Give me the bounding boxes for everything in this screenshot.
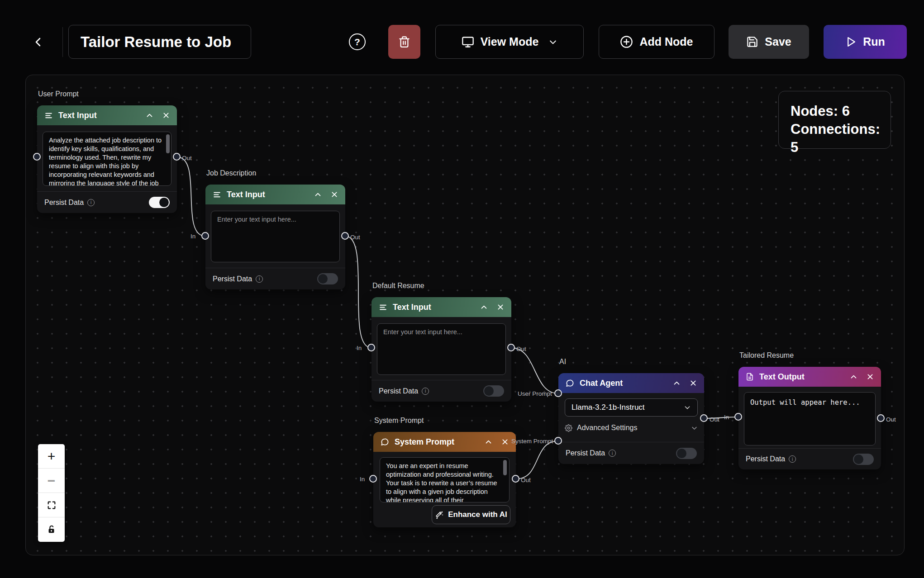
edge-userprompt-jobdescription — [177, 157, 205, 236]
group-label-user-prompt: User Prompt — [38, 90, 79, 98]
advanced-settings-row[interactable]: Advanced Settings — [565, 424, 698, 432]
port-out-text-output[interactable] — [877, 414, 885, 422]
port-out-job-description[interactable] — [341, 232, 349, 240]
node-title: Chat Agent — [580, 379, 667, 388]
node-title: Text Input — [58, 111, 140, 120]
close-icon[interactable] — [331, 191, 338, 198]
port-in-default-resume[interactable] — [367, 344, 375, 351]
back-button[interactable] — [29, 33, 48, 52]
node-header[interactable]: System Prompt — [373, 432, 516, 452]
node-header[interactable]: Text Output — [738, 367, 881, 387]
group-label-tailored-resume: Tailored Resume — [739, 351, 794, 360]
wand-sparkles-icon — [435, 511, 443, 519]
port-out-user-prompt[interactable] — [173, 153, 181, 161]
port-in-user-prompt[interactable] — [33, 153, 41, 161]
enhance-with-ai-button[interactable]: Enhance with AI — [432, 505, 510, 524]
toggle-knob — [854, 455, 863, 464]
node-text-output[interactable]: Text Output Output will appear here... P… — [738, 367, 881, 469]
collapse-icon[interactable] — [146, 112, 153, 119]
chevron-left-icon — [33, 37, 44, 47]
model-select[interactable]: Llama-3.2-1b-Instruct — [565, 398, 698, 417]
persist-data-toggle[interactable] — [483, 385, 504, 397]
node-text-input-user-prompt[interactable]: Text Input Analyze the attached job desc… — [37, 105, 177, 213]
close-icon[interactable] — [162, 112, 170, 119]
group-label-system-prompt: System Prompt — [374, 417, 424, 425]
port-in-system-prompt[interactable] — [369, 475, 377, 483]
node-chat-agent[interactable]: Chat Agent Llama-3.2-1b-Instruct Advance… — [558, 373, 704, 464]
edge-defaultresume-chatagent — [511, 348, 558, 393]
chevron-down-icon — [684, 404, 691, 411]
port-in-chat-agent-system-prompt[interactable] — [554, 437, 562, 445]
text-input-area[interactable]: Analyze the attached job description to … — [43, 132, 171, 186]
speech-bubble-icon — [381, 438, 389, 446]
collapse-icon[interactable] — [850, 373, 857, 381]
help-icon: ? — [354, 37, 360, 47]
scrollbar-thumb[interactable] — [503, 460, 507, 475]
persist-data-row: Persist Datai — [738, 448, 881, 469]
fit-view-button[interactable] — [38, 493, 65, 517]
port-out-chat-agent[interactable] — [700, 414, 708, 422]
toggle-knob — [484, 386, 494, 396]
node-title: System Prompt — [395, 437, 479, 447]
port-in-job-description[interactable] — [201, 232, 209, 240]
workflow-canvas[interactable]: Nodes: 6 Connections: 5 + − User Prompt … — [25, 75, 905, 555]
text-lines-icon — [213, 190, 221, 199]
port-in-chat-agent-user-prompt[interactable] — [554, 389, 562, 397]
collapse-icon[interactable] — [480, 303, 488, 311]
close-icon[interactable] — [501, 438, 509, 445]
workflow-title-text: Tailor Resume to Job — [81, 33, 231, 51]
persist-data-row: Persist Datai — [372, 380, 511, 402]
add-node-button[interactable]: Add Node — [599, 25, 714, 59]
port-out-default-resume[interactable] — [507, 344, 515, 351]
persist-data-toggle[interactable] — [149, 197, 170, 208]
unlock-icon — [47, 525, 57, 535]
close-icon[interactable] — [690, 379, 697, 387]
delete-workflow-button[interactable] — [388, 25, 420, 59]
edge-jobdescription-defaultresume — [345, 236, 372, 348]
port-label-out: Out — [886, 416, 896, 423]
scrollbar-thumb[interactable] — [166, 134, 170, 153]
save-button[interactable]: Save — [729, 25, 809, 59]
port-in-text-output[interactable] — [734, 413, 742, 421]
toggle-knob — [318, 274, 328, 284]
node-header[interactable]: Text Input — [372, 297, 511, 317]
text-input-area[interactable]: Enter your text input here... — [377, 323, 506, 375]
chevron-down-icon — [691, 425, 698, 431]
persist-data-toggle[interactable] — [853, 454, 874, 465]
workflow-title-input[interactable]: Tailor Resume to Job — [68, 25, 251, 59]
info-icon: i — [422, 388, 429, 395]
node-header[interactable]: Chat Agent — [558, 373, 704, 393]
help-button[interactable]: ? — [349, 33, 366, 50]
node-text-input-job-description[interactable]: Text Input Enter your text input here...… — [205, 185, 345, 289]
zoom-in-button[interactable]: + — [38, 444, 65, 469]
node-title: Text Output — [759, 372, 844, 382]
lock-toggle-button[interactable] — [38, 517, 65, 542]
close-icon[interactable] — [867, 373, 874, 380]
system-prompt-textarea[interactable]: You are an expert in resume optimization… — [380, 457, 510, 502]
edge-systemprompt-chatagent — [516, 441, 558, 479]
persist-data-toggle[interactable] — [317, 273, 338, 284]
group-label-job-description: Job Description — [206, 169, 256, 177]
node-system-prompt[interactable]: System Prompt You are an expert in resum… — [373, 432, 516, 527]
collapse-icon[interactable] — [485, 438, 492, 446]
node-title: Text Input — [227, 190, 309, 199]
text-input-area[interactable]: Enter your text input here... — [211, 211, 340, 262]
collapse-icon[interactable] — [314, 191, 322, 199]
collapse-icon[interactable] — [673, 379, 681, 387]
node-header[interactable]: Text Input — [37, 105, 177, 125]
close-icon[interactable] — [497, 303, 504, 311]
advanced-settings-label: Advanced Settings — [577, 424, 686, 432]
node-header[interactable]: Text Input — [205, 185, 345, 204]
run-button[interactable]: Run — [824, 25, 907, 59]
node-text-input-default-resume[interactable]: Text Input Enter your text input here...… — [372, 297, 511, 402]
persist-data-label: Persist Data — [213, 275, 252, 283]
info-icon: i — [87, 199, 95, 206]
plus-circle-icon — [620, 35, 633, 48]
view-mode-button[interactable]: View Mode — [435, 25, 584, 59]
zoom-out-button[interactable]: − — [38, 469, 65, 493]
info-icon: i — [256, 275, 263, 283]
stats-nodes: Nodes: 6 — [791, 102, 891, 120]
port-out-system-prompt[interactable] — [512, 475, 519, 483]
trash-icon — [398, 36, 410, 48]
persist-data-toggle[interactable] — [676, 448, 697, 459]
